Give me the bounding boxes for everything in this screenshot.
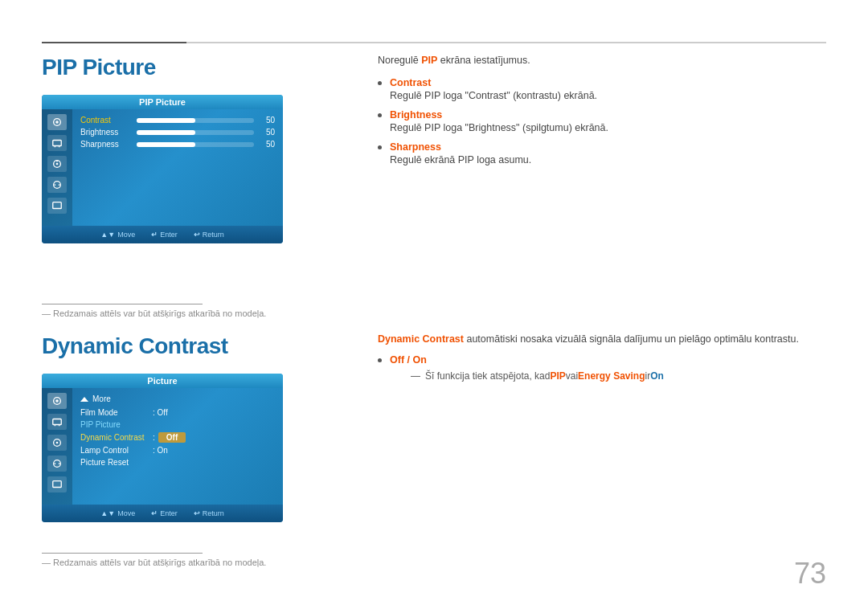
svg-point-22 [59, 463, 60, 464]
pip-contrast-value: 50 [259, 116, 275, 125]
pip-menu-sharpness: Sharpness 50 [80, 140, 275, 149]
dc-footnote: ― Redzamais attēls var būt atšķirīgs atk… [42, 558, 266, 567]
dc-bottom-return: ↩ Return [194, 509, 224, 517]
dc-tv-icon-5 [47, 476, 67, 492]
svg-point-14 [55, 399, 59, 403]
tv-icon-2 [47, 135, 67, 151]
tv-icon-1 [47, 114, 67, 130]
pip-bullet-dot-3 [378, 145, 382, 149]
pip-sharpness-value: 50 [259, 140, 275, 149]
dc-tv-content: More Film Mode : Off PIP Picture Dynamic… [42, 388, 283, 505]
dc-bullet-dot [378, 358, 382, 362]
dc-subnote-prefix: Šī funkcija tiek atspējota, kad [425, 370, 550, 382]
dc-dc-colon: : [153, 433, 155, 442]
dc-divider [42, 553, 203, 554]
dc-menu-dynamiccontrast: Dynamic Contrast : Off [80, 432, 275, 443]
svg-point-19 [56, 442, 59, 444]
dc-menu-picturereset: Picture Reset [80, 458, 275, 467]
pip-bullet-content-1: Contrast Regulē PIP loga "Contrast" (kon… [390, 77, 597, 101]
tv-icon-3 [47, 156, 67, 172]
pip-menu-contrast: Contrast 50 [80, 116, 275, 125]
svg-rect-11 [53, 202, 62, 209]
pip-brightness-slider [137, 130, 254, 135]
pip-tv-content: Contrast 50 Brightness 50 Sharpness 50 [42, 109, 283, 226]
dc-dynamiccontrast-label: Dynamic Contrast [80, 433, 153, 442]
svg-rect-15 [53, 419, 62, 425]
pip-desc-brightness: Regulē PIP loga "Brightness" (spilgtumu)… [390, 122, 608, 133]
pip-menu-brightness: Brightness 50 [80, 128, 275, 137]
dc-offon-term: Off / On [390, 354, 664, 366]
dc-tv-icon-1 [47, 393, 67, 409]
pip-title: PIP Picture [42, 55, 379, 80]
pip-tv-menu: Contrast 50 Brightness 50 Sharpness 50 [72, 109, 283, 226]
dc-subnote-bold1: PIP [550, 370, 565, 382]
pip-desc-intro: Noregulē PIP ekrāna iestatījumus. [378, 55, 820, 66]
dc-tv-bottombar: ▲▼ Move ↵ Enter ↩ Return [42, 505, 283, 522]
dc-more-arrow [80, 397, 88, 402]
dc-subnote-end: On [650, 370, 664, 382]
dc-bottom-move: ▲▼ Move [100, 509, 135, 517]
dc-bullet-content: Off / On Šī funkcija tiek atspējota, kad… [390, 354, 664, 382]
dc-dc-valuebox: Off [158, 432, 186, 443]
svg-point-10 [59, 184, 60, 186]
pip-description: Noregulē PIP ekrāna iestatījumus. Contra… [378, 55, 820, 174]
svg-rect-23 [53, 481, 62, 488]
dc-filmmode-value: : Off [153, 408, 168, 417]
pip-bullet-dot-2 [378, 113, 382, 117]
dc-picturereset-label: Picture Reset [80, 458, 153, 467]
pip-sharpness-slider [137, 142, 254, 147]
dc-intro-text: automātiski nosaka vizuālā signāla dalīj… [464, 333, 799, 345]
pip-bottom-return: ↩ Return [194, 231, 224, 239]
pip-desc-contrast: Regulē PIP loga "Contrast" (kontrastu) e… [390, 90, 597, 101]
pip-tv-bottombar: ▲▼ Move ↵ Enter ↩ Return [42, 226, 283, 243]
dc-menu-filmmode: Film Mode : Off [80, 408, 275, 417]
svg-point-1 [55, 121, 59, 124]
dc-tv-sidebar [42, 388, 72, 505]
dc-tv-titlebar: Picture [42, 374, 283, 388]
pip-bottom-move: ▲▼ Move [100, 231, 135, 239]
dc-pippicture-label: PIP Picture [80, 420, 153, 429]
dc-menu-pippicture: PIP Picture [80, 420, 275, 429]
dc-filmmode-label: Film Mode [80, 408, 153, 417]
dc-tv-icon-2 [47, 414, 67, 430]
pip-tv-titlebar: PIP Picture [42, 95, 283, 109]
svg-point-9 [55, 184, 56, 186]
svg-rect-2 [53, 141, 62, 146]
dc-bullet-offon: Off / On Šī funkcija tiek atspējota, kad… [378, 354, 844, 382]
pip-tv-screen: PIP Picture [42, 95, 283, 243]
tv-icon-5 [47, 198, 67, 214]
pip-contrast-label: Contrast [80, 116, 137, 125]
pip-footnote: ― Redzamais attēls var būt atšķirīgs atk… [42, 309, 266, 318]
svg-point-21 [55, 463, 56, 464]
dc-section: Dynamic Contrast Picture [42, 333, 379, 522]
dc-sub-note: Šī funkcija tiek atspējota, kad PIP vai … [411, 370, 664, 382]
pip-desc-sharpness: Regulē ekrānā PIP loga asumu. [390, 154, 531, 166]
page-number: 73 [794, 557, 826, 591]
dc-subnote-bold2: Energy Saving [578, 370, 645, 382]
svg-point-6 [56, 163, 59, 166]
dc-description: Dynamic Contrast automātiski nosaka vizu… [378, 333, 844, 390]
dc-intro-bold: Dynamic Contrast [378, 333, 464, 345]
top-divider [42, 42, 826, 43]
pip-bullet-sharpness: Sharpness Regulē ekrānā PIP loga asumu. [378, 141, 820, 166]
dc-subnote-mid: vai [566, 370, 578, 382]
pip-brightness-label: Brightness [80, 128, 137, 137]
dc-more-label: More [92, 394, 111, 403]
pip-contrast-slider [137, 118, 254, 123]
pip-bottom-enter: ↵ Enter [151, 231, 178, 239]
pip-divider [42, 304, 203, 304]
dc-tv-icon-3 [47, 435, 67, 451]
dc-tv-menu: More Film Mode : Off PIP Picture Dynamic… [72, 388, 283, 505]
pip-bullet-brightness: Brightness Regulē PIP loga "Brightness" … [378, 109, 820, 133]
pip-bullet-content-2: Brightness Regulē PIP loga "Brightness" … [390, 109, 608, 133]
dc-tv-screen: Picture [42, 374, 283, 522]
pip-tv-sidebar [42, 109, 72, 226]
dc-title: Dynamic Contrast [42, 333, 379, 359]
dc-subnote-suffix: ir [645, 370, 650, 382]
pip-bullet-dot-1 [378, 81, 382, 85]
pip-intro-bold: PIP [421, 55, 437, 66]
dc-menu-lampcontrol: Lamp Control : On [80, 446, 275, 455]
dc-tv-icon-4 [47, 456, 67, 472]
dc-desc-intro: Dynamic Contrast automātiski nosaka vizu… [378, 333, 844, 345]
pip-term-sharpness: Sharpness [390, 141, 531, 153]
